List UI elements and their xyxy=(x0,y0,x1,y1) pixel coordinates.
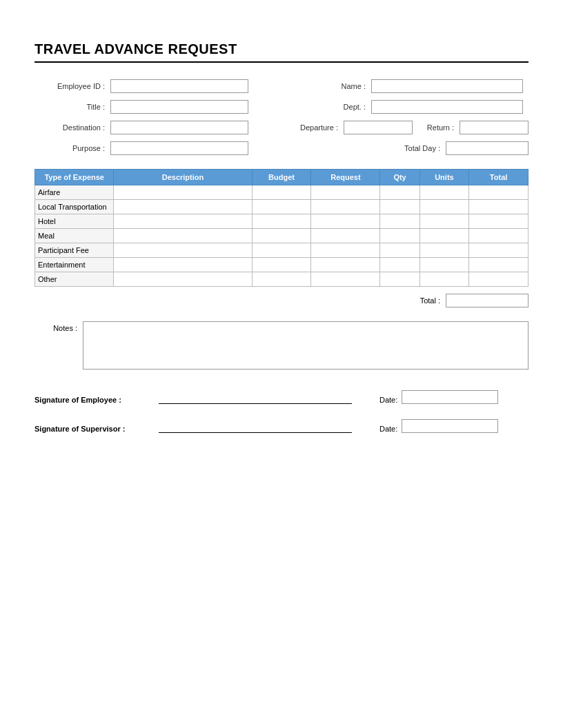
hotel-total-input[interactable] xyxy=(472,216,525,227)
destination-input[interactable] xyxy=(110,121,248,134)
dept-group: Dept. : xyxy=(295,100,529,114)
meal-request-input[interactable] xyxy=(314,230,377,241)
airfare-request[interactable] xyxy=(311,185,380,200)
expense-table: Type of Expense Description Budget Reque… xyxy=(34,169,529,287)
table-row: Meal xyxy=(35,229,529,243)
departure-group: Departure : xyxy=(268,121,413,134)
other-units-input[interactable] xyxy=(423,274,466,285)
airfare-request-input[interactable] xyxy=(314,187,377,198)
table-row: Airfare xyxy=(35,185,529,200)
local-transport-request-input[interactable] xyxy=(314,201,377,212)
airfare-desc[interactable] xyxy=(114,185,252,200)
other-qty-input[interactable] xyxy=(383,274,416,285)
participant-fee-units-input[interactable] xyxy=(423,245,466,256)
hotel-qty-input[interactable] xyxy=(383,216,416,227)
airfare-desc-input[interactable] xyxy=(117,187,248,198)
expense-meal: Meal xyxy=(35,229,114,243)
signature-section: Signature of Employee : Date: Signature … xyxy=(34,390,529,433)
name-input[interactable] xyxy=(371,79,523,93)
participant-fee-qty-input[interactable] xyxy=(383,245,416,256)
table-row: Local Transportation xyxy=(35,200,529,214)
header-total: Total xyxy=(469,170,529,185)
hotel-desc-input[interactable] xyxy=(117,216,248,227)
header-units: Units xyxy=(419,170,469,185)
notes-label: Notes : xyxy=(34,321,83,332)
meal-qty-input[interactable] xyxy=(383,230,416,241)
title-group: Title : xyxy=(34,100,268,114)
return-input[interactable] xyxy=(460,121,529,134)
entertainment-qty-input[interactable] xyxy=(383,259,416,270)
meal-units-input[interactable] xyxy=(423,230,466,241)
return-label: Return : xyxy=(418,123,460,132)
participant-fee-budget-input[interactable] xyxy=(255,245,308,256)
table-header-row: Type of Expense Description Budget Reque… xyxy=(35,170,529,185)
participant-fee-request-input[interactable] xyxy=(314,245,377,256)
other-desc-input[interactable] xyxy=(117,274,248,285)
other-total-input[interactable] xyxy=(472,274,525,285)
participant-fee-desc-input[interactable] xyxy=(117,245,248,256)
purpose-group: Purpose : xyxy=(34,141,363,155)
other-request-input[interactable] xyxy=(314,274,377,285)
supervisor-date-input[interactable] xyxy=(402,419,498,433)
supervisor-signature-row: Signature of Supervisor : Date: xyxy=(34,419,529,433)
total-day-input[interactable] xyxy=(446,141,529,155)
hotel-request-input[interactable] xyxy=(314,216,377,227)
expense-hotel: Hotel xyxy=(35,214,114,229)
total-day-label: Total Day : xyxy=(391,144,446,152)
departure-input[interactable] xyxy=(344,121,413,134)
notes-section: Notes : xyxy=(34,321,529,370)
supervisor-signature-label: Signature of Supervisor : xyxy=(34,425,159,433)
total-day-group: Total Day : xyxy=(391,141,529,155)
table-row: Other xyxy=(35,272,529,287)
local-transport-desc-input[interactable] xyxy=(117,201,248,212)
airfare-total[interactable] xyxy=(469,185,529,200)
title-input[interactable] xyxy=(110,100,248,114)
entertainment-units-input[interactable] xyxy=(423,259,466,270)
entertainment-total-input[interactable] xyxy=(472,259,525,270)
destination-label: Destination : xyxy=(34,123,110,132)
form-row-2: Title : Dept. : xyxy=(34,100,529,114)
departure-label: Departure : xyxy=(268,123,344,132)
total-label: Total : xyxy=(420,296,440,305)
airfare-budget[interactable] xyxy=(252,185,311,200)
employee-date-label: Date: xyxy=(379,396,397,404)
airfare-qty[interactable] xyxy=(380,185,419,200)
airfare-units-input[interactable] xyxy=(423,187,466,198)
airfare-total-input[interactable] xyxy=(472,187,525,198)
table-row: Hotel xyxy=(35,214,529,229)
airfare-qty-input[interactable] xyxy=(383,187,416,198)
entertainment-desc-input[interactable] xyxy=(117,259,248,270)
grand-total-input[interactable] xyxy=(446,294,529,307)
local-transport-qty-input[interactable] xyxy=(383,201,416,212)
employee-id-label: Employee ID : xyxy=(34,82,110,90)
page-title: TRAVEL ADVANCE REQUEST xyxy=(34,41,529,57)
expense-other: Other xyxy=(35,272,114,287)
local-transport-total-input[interactable] xyxy=(472,201,525,212)
dept-input[interactable] xyxy=(371,100,523,114)
other-budget-input[interactable] xyxy=(255,274,308,285)
employee-id-group: Employee ID : xyxy=(34,79,268,93)
title-label: Title : xyxy=(34,103,110,111)
total-row: Total : xyxy=(34,294,529,307)
form-row-4: Purpose : Total Day : xyxy=(34,141,529,155)
header-budget: Budget xyxy=(252,170,311,185)
meal-total-input[interactable] xyxy=(472,230,525,241)
local-transport-units-input[interactable] xyxy=(423,201,466,212)
hotel-units-input[interactable] xyxy=(423,216,466,227)
employee-id-input[interactable] xyxy=(110,79,248,93)
supervisor-signature-line xyxy=(159,421,352,433)
participant-fee-total-input[interactable] xyxy=(472,245,525,256)
local-transport-budget-input[interactable] xyxy=(255,201,308,212)
employee-date-input[interactable] xyxy=(402,390,498,404)
notes-textarea[interactable] xyxy=(83,321,529,370)
header-request: Request xyxy=(311,170,380,185)
hotel-budget-input[interactable] xyxy=(255,216,308,227)
meal-budget-input[interactable] xyxy=(255,230,308,241)
airfare-budget-input[interactable] xyxy=(255,187,308,198)
meal-desc-input[interactable] xyxy=(117,230,248,241)
entertainment-budget-input[interactable] xyxy=(255,259,308,270)
purpose-input[interactable] xyxy=(110,141,248,155)
airfare-units[interactable] xyxy=(419,185,469,200)
expense-airfare: Airfare xyxy=(35,185,114,200)
entertainment-request-input[interactable] xyxy=(314,259,377,270)
